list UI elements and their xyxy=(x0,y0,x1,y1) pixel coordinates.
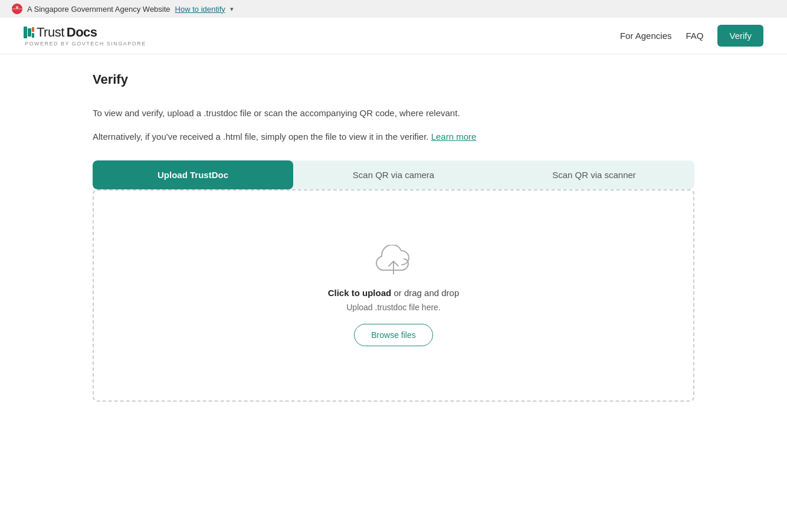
chevron-down-icon: ▾ xyxy=(230,5,234,13)
logo-text-trust: Trust xyxy=(37,25,64,40)
logo-text-docs: Docs xyxy=(67,25,97,40)
page-title: Verify xyxy=(93,72,694,87)
nav-verify-button[interactable]: Verify xyxy=(717,25,763,47)
logo-subtitle: POWERED BY GOVTECH SINGAPORE xyxy=(25,41,146,47)
nav-for-agencies[interactable]: For Agencies xyxy=(620,31,672,41)
learn-more-link[interactable]: Learn more xyxy=(431,132,477,142)
main-content: Verify To view and verify, upload a .tru… xyxy=(69,54,718,419)
upload-cloud-icon xyxy=(376,245,411,276)
banner-text: A Singapore Government Agency Website xyxy=(27,5,170,14)
upload-dropzone[interactable]: Click to upload or drag and drop Upload … xyxy=(93,189,694,402)
top-banner: A Singapore Government Agency Website Ho… xyxy=(0,0,787,18)
tabs-container: Upload TrustDoc Scan QR via camera Scan … xyxy=(93,160,694,189)
description-2: Alternatively, if you've received a .htm… xyxy=(93,130,694,144)
svg-rect-1 xyxy=(12,8,22,9)
tab-scan-scanner[interactable]: Scan QR via scanner xyxy=(494,160,694,189)
nav-faq[interactable]: FAQ xyxy=(686,31,703,41)
main-nav: For Agencies FAQ Verify xyxy=(620,25,763,47)
logo-area: TrustDocs POWERED BY GOVTECH SINGAPORE xyxy=(24,25,146,47)
logo-bar-teal xyxy=(32,33,34,38)
description-2-text: Alternatively, if you've received a .htm… xyxy=(93,132,429,142)
header: TrustDocs POWERED BY GOVTECH SINGAPORE F… xyxy=(0,18,787,54)
logo-bar-tall xyxy=(24,27,27,38)
browse-files-button[interactable]: Browse files xyxy=(354,324,432,346)
drag-drop-text: or drag and drop xyxy=(391,288,459,298)
tab-camera-label: Scan QR via camera xyxy=(353,170,434,180)
description-1: To view and verify, upload a .trustdoc f… xyxy=(93,106,694,120)
logo-main: TrustDocs xyxy=(24,25,97,40)
upload-prompt: Click to upload or drag and drop xyxy=(328,288,460,298)
tab-scanner-label: Scan QR via scanner xyxy=(552,170,636,180)
logo-bar-medium xyxy=(28,28,31,37)
logo-bar-red xyxy=(32,27,34,32)
click-to-upload-text: Click to upload xyxy=(328,288,392,298)
how-to-identify-link[interactable]: How to identify xyxy=(175,5,225,14)
tab-upload-label: Upload TrustDoc xyxy=(158,170,228,180)
flag-icon xyxy=(12,4,22,14)
tab-upload-trustdoc[interactable]: Upload TrustDoc xyxy=(93,160,293,189)
logo-icon xyxy=(24,27,34,38)
tab-scan-camera[interactable]: Scan QR via camera xyxy=(293,160,494,189)
upload-subtext: Upload .trustdoc file here. xyxy=(346,303,441,312)
